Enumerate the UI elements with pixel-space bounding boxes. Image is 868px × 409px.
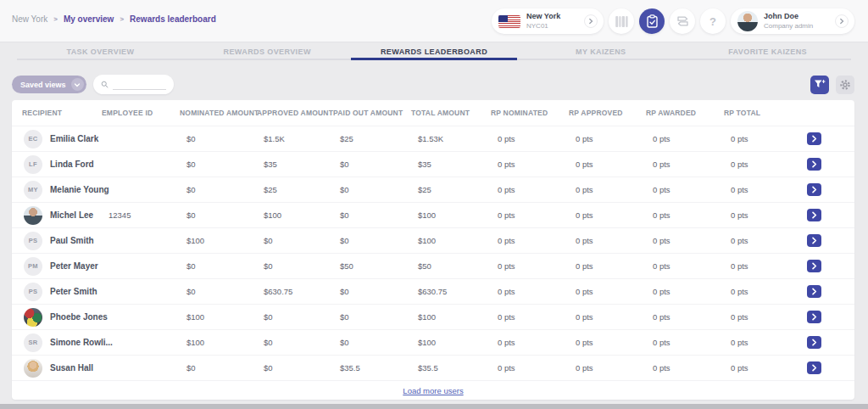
cell-rp-nominated: 0 pts — [491, 185, 569, 194]
row-detail-button[interactable] — [807, 361, 821, 374]
cell-paid-out: $0 — [333, 236, 411, 245]
action-cell — [800, 260, 854, 272]
cell-rp-total: 0 pts — [724, 338, 800, 347]
search-input[interactable] — [113, 79, 166, 90]
breadcrumb-separator-icon: > — [53, 15, 58, 23]
cell-approved: $0 — [257, 338, 333, 347]
recipient-name: Melanie Young — [50, 185, 109, 194]
cell-nominated: $0 — [180, 134, 257, 143]
cell-nominated: $100 — [180, 236, 257, 245]
table-header-row: RECIPIENTEMPLOYEE IDNOMINATED AMOUNTAPPR… — [12, 100, 854, 126]
saved-views-button[interactable]: Saved views — [12, 76, 86, 93]
cell-approved: $0 — [257, 236, 333, 245]
recipient-cell: PSPeter Smith — [22, 283, 102, 301]
saved-views-label: Saved views — [20, 81, 66, 89]
filter-button[interactable] — [810, 76, 829, 94]
cell-approved: $0 — [257, 261, 333, 271]
table-row[interactable]: Phoebe Jones$100$0$0$1000 pts0 pts0 pts0… — [12, 304, 854, 329]
recipient-name: Phoebe Jones — [50, 312, 108, 322]
action-cell — [800, 234, 854, 247]
cell-paid-out: $0 — [333, 287, 411, 296]
row-detail-button[interactable] — [807, 209, 821, 221]
tab-task-overview[interactable]: TASK OVERVIEW — [17, 46, 184, 59]
breadcrumb-item-overview[interactable]: My overview — [64, 14, 114, 24]
cell-total: $35 — [411, 160, 491, 169]
action-cell — [800, 361, 854, 374]
breadcrumb-separator-icon: > — [120, 15, 124, 23]
table-row[interactable]: MYMelanie Young$0$25$0$250 pts0 pts0 pts… — [12, 176, 854, 202]
row-detail-button[interactable] — [807, 234, 821, 247]
help-button[interactable]: ? — [700, 8, 726, 34]
cell-rp-awarded: 0 pts — [646, 287, 724, 296]
recipient-cell: Phoebe Jones — [22, 308, 102, 327]
cell-rp-total: 0 pts — [724, 185, 800, 194]
signpost-button[interactable] — [670, 8, 695, 34]
topbar: New York > My overview > Rewards leaderb… — [0, 0, 868, 42]
row-detail-button[interactable] — [807, 311, 821, 323]
location-selector[interactable]: New York NYC01 — [492, 8, 604, 34]
cell-nominated: $0 — [180, 160, 257, 169]
recipient-cell: Michel Lee — [22, 206, 102, 225]
cell-paid-out: $50 — [333, 261, 411, 271]
barcode-button[interactable] — [609, 8, 634, 34]
breadcrumb-item-location[interactable]: New York — [12, 14, 47, 24]
chevron-right-icon — [810, 211, 818, 219]
tab-rewards-leaderboard[interactable]: REWARDS LEADERBOARD — [351, 46, 518, 59]
column-header-nominated-amount: NOMINATED AMOUNT — [180, 109, 257, 117]
table-row[interactable]: Susan Hall$0$0$35.5$35.50 pts0 pts0 pts0… — [12, 355, 854, 380]
tab-rewards-overview[interactable]: REWARDS OVERVIEW — [184, 46, 351, 59]
cell-employee-id: 12345 — [102, 210, 180, 220]
row-detail-button[interactable] — [807, 158, 821, 171]
recipient-cell: LFLinda Ford — [22, 155, 102, 174]
table-row[interactable]: ECEmilia Clark$0$1.5K$25$1.53K0 pts0 pts… — [12, 126, 854, 151]
row-detail-button[interactable] — [807, 260, 821, 272]
breadcrumb-item-current[interactable]: Rewards leaderboard — [130, 14, 216, 24]
cell-rp-nominated: 0 pts — [491, 261, 569, 271]
cell-approved: $35 — [257, 160, 333, 169]
tab-my-kaizens[interactable]: MY KAIZENS — [517, 46, 684, 59]
cell-paid-out: $0 — [333, 312, 411, 322]
table-row[interactable]: Michel Lee12345$0$100$0$1000 pts0 pts0 p… — [12, 202, 854, 227]
chevron-right-icon — [810, 339, 818, 346]
recipient-cell: Susan Hall — [22, 359, 102, 378]
table-row[interactable]: SRSimone Rowli...$100$0$0$1000 pts0 pts0… — [12, 329, 854, 355]
row-detail-button[interactable] — [807, 285, 821, 298]
table-row[interactable]: PMPeter Mayer$0$0$50$500 pts0 pts0 pts0 … — [12, 253, 854, 278]
cell-total: $630.75 — [411, 287, 491, 296]
recipient-cell: SRSimone Rowli... — [22, 333, 102, 352]
question-mark-icon: ? — [709, 15, 716, 28]
user-menu[interactable]: John Doe Company admin — [731, 8, 854, 34]
cell-rp-total: 0 pts — [724, 160, 800, 169]
avatar: PS — [24, 283, 42, 301]
avatar: LF — [24, 155, 42, 174]
avatar: PM — [24, 257, 42, 276]
cell-total: $100 — [411, 338, 491, 347]
load-more-link[interactable]: Load more users — [403, 386, 463, 395]
cell-paid-out: $0 — [333, 185, 411, 194]
column-header-total-amount: TOTAL AMOUNT — [411, 109, 491, 117]
cell-rp-awarded: 0 pts — [646, 363, 724, 373]
row-detail-button[interactable] — [807, 132, 821, 145]
chevron-right-icon — [810, 288, 818, 295]
table-row[interactable]: LFLinda Ford$0$35$0$350 pts0 pts0 pts0 p… — [12, 151, 854, 176]
chevron-right-icon — [835, 14, 849, 28]
cell-total: $100 — [411, 236, 491, 245]
row-detail-button[interactable] — [807, 336, 821, 349]
cell-rp-nominated: 0 pts — [491, 363, 569, 373]
table-row[interactable]: PSPeter Smith$0$630.75$0$630.750 pts0 pt… — [12, 278, 854, 304]
tab-favorite-kaizens[interactable]: FAVORITE KAIZENS — [684, 46, 851, 59]
breadcrumb: New York > My overview > Rewards leaderb… — [12, 14, 216, 24]
table-row[interactable]: PSPaul Smith$100$0$0$1000 pts0 pts0 pts0… — [12, 227, 854, 253]
cell-rp-awarded: 0 pts — [646, 236, 724, 245]
avatar: EC — [24, 130, 42, 148]
action-cell — [800, 183, 854, 196]
cell-approved: $0 — [257, 363, 333, 373]
search-box[interactable] — [93, 75, 174, 94]
tasks-button[interactable] — [639, 8, 665, 34]
barcode-icon — [615, 14, 629, 29]
row-detail-button[interactable] — [807, 183, 821, 196]
settings-button[interactable] — [836, 76, 854, 94]
recipient-cell: ECEmilia Clark — [22, 130, 102, 148]
column-header-paid-out-amount: PAID OUT AMOUNT — [333, 109, 411, 117]
cell-paid-out: $35.5 — [333, 363, 411, 373]
